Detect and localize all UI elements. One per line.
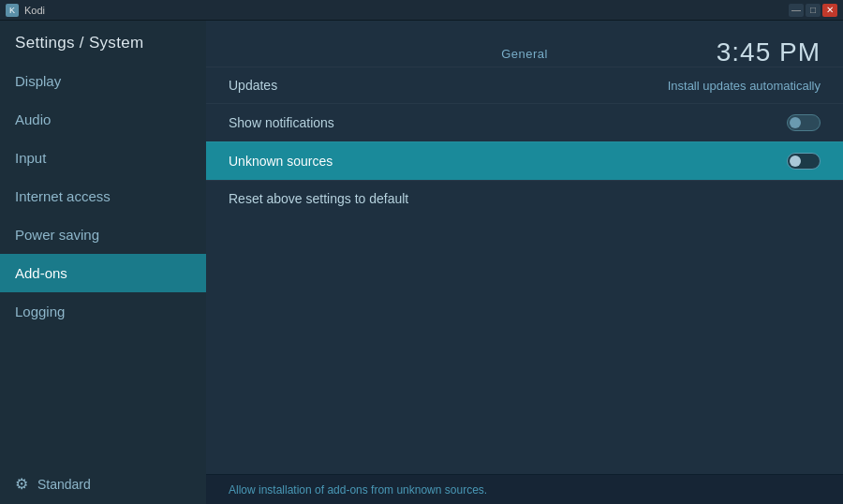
sidebar-item-audio[interactable]: Audio	[0, 100, 206, 139]
sidebar-item-add-ons[interactable]: Add-ons	[0, 254, 206, 292]
title-bar-left: K Kodi	[6, 4, 45, 17]
content-area: 3:45 PM General Updates Install updates …	[206, 21, 843, 504]
clock: 3:45 PM	[717, 37, 821, 67]
close-button[interactable]: ✕	[822, 4, 837, 17]
standard-label: Standard	[37, 477, 91, 492]
settings-row-unknown-sources[interactable]: Unknown sources	[206, 141, 843, 180]
gear-icon: ⚙	[15, 475, 28, 493]
sidebar-item-label: Display	[15, 73, 61, 89]
title-bar: K Kodi — □ ✕	[0, 0, 843, 21]
status-bar: Allow installation of add-ons from unkno…	[206, 474, 843, 504]
sidebar-item-display[interactable]: Display	[0, 62, 206, 100]
title-bar-title: Kodi	[24, 5, 45, 16]
sidebar-item-logging[interactable]: Logging	[0, 292, 206, 331]
row-label: Unknown sources	[229, 154, 333, 169]
sidebar-item-label: Logging	[15, 304, 65, 319]
sidebar-item-label: Audio	[15, 111, 51, 127]
main-layout: Settings / System Display Audio Input In…	[0, 21, 843, 504]
settings-row-updates[interactable]: Updates Install updates automatically	[206, 67, 843, 103]
status-text: Allow installation of add-ons from unkno…	[229, 483, 487, 497]
window-controls: — □ ✕	[789, 4, 837, 17]
sidebar-item-input[interactable]: Input	[0, 139, 206, 177]
sidebar-item-power-saving[interactable]: Power saving	[0, 215, 206, 254]
settings-row-reset[interactable]: Reset above settings to default	[206, 180, 843, 216]
row-value: Install updates automatically	[668, 79, 821, 93]
sidebar-bottom[interactable]: ⚙ Standard	[0, 464, 206, 504]
sidebar-header: Settings / System	[0, 21, 206, 62]
maximize-button[interactable]: □	[806, 4, 821, 17]
sidebar-item-label: Internet access	[15, 188, 111, 204]
settings-content: General Updates Install updates automati…	[206, 21, 843, 474]
show-notifications-toggle[interactable]	[787, 114, 821, 131]
sidebar: Settings / System Display Audio Input In…	[0, 21, 206, 504]
row-label: Show notifications	[229, 115, 334, 130]
sidebar-item-label: Power saving	[15, 227, 99, 243]
sidebar-item-internet-access[interactable]: Internet access	[0, 177, 206, 215]
sidebar-item-label: Input	[15, 150, 46, 166]
app-icon: K	[6, 4, 19, 17]
settings-row-show-notifications[interactable]: Show notifications	[206, 103, 843, 141]
minimize-button[interactable]: —	[789, 4, 804, 17]
unknown-sources-toggle[interactable]	[787, 153, 821, 170]
sidebar-item-label: Add-ons	[15, 265, 67, 281]
row-label: Updates	[229, 78, 277, 93]
row-label: Reset above settings to default	[229, 191, 408, 206]
